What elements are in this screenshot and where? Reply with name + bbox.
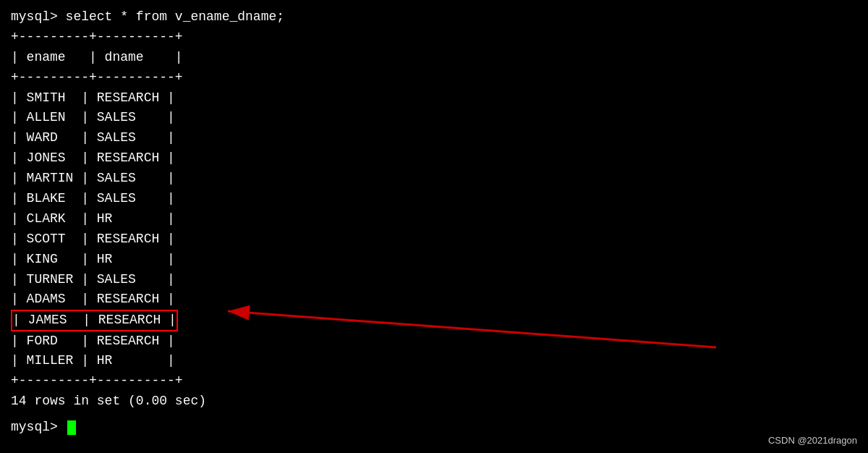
- terminal-window: mysql> select * from v_ename_dname; +---…: [0, 0, 868, 445]
- table-row: | CLARK | HR |: [11, 209, 857, 229]
- table-row: | KING | HR |: [11, 250, 857, 270]
- table-row: | SMITH | RESEARCH |: [11, 88, 857, 109]
- separator-top: +---------+----------+: [11, 27, 857, 48]
- table-row: | FORD | RESEARCH |: [11, 331, 857, 352]
- table-row: | MARTIN | SALES |: [11, 169, 857, 189]
- separator-bottom: +---------+----------+: [11, 371, 857, 391]
- prompt-line: mysql>: [11, 418, 857, 438]
- row-count: 14 rows in set (0.00 sec): [11, 391, 857, 412]
- separator-mid: +---------+----------+: [11, 68, 857, 88]
- table-body: | SMITH | RESEARCH || ALLEN | SALES || W…: [11, 88, 857, 372]
- command-line: mysql> select * from v_ename_dname;: [11, 7, 857, 27]
- table-row: | SCOTT | RESEARCH |: [11, 229, 857, 250]
- table-row: | ALLEN | SALES |: [11, 108, 857, 128]
- table-header: | ename | dname |: [11, 48, 857, 68]
- table-row: | JONES | RESEARCH |: [11, 148, 857, 169]
- table-row: | BLAKE | SALES |: [11, 189, 857, 209]
- highlighted-row: | JAMES | RESEARCH |: [11, 310, 178, 331]
- table-row: | TURNER | SALES |: [11, 270, 857, 290]
- table-row: | MILLER | HR |: [11, 351, 857, 371]
- cursor: [67, 420, 76, 435]
- table-row: | WARD | SALES |: [11, 128, 857, 148]
- watermark: CSDN @2021dragon: [768, 435, 857, 446]
- table-row: | JAMES | RESEARCH |: [11, 310, 857, 331]
- prompt-text: mysql>: [11, 418, 66, 438]
- table-row: | ADAMS | RESEARCH |: [11, 289, 857, 310]
